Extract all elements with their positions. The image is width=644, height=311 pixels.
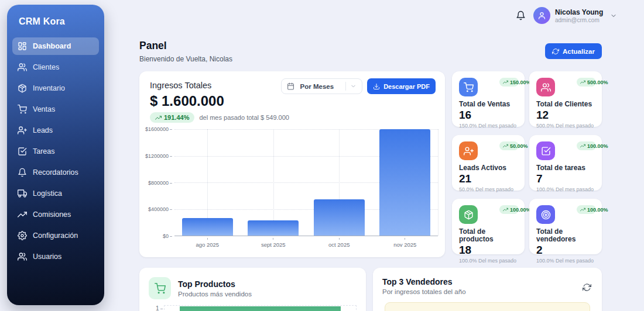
check-square-icon <box>18 147 27 156</box>
sidebar-item-label: Tareas <box>33 147 55 156</box>
y-axis-label: $1200000 <box>145 153 172 159</box>
mini-chart-plot <box>164 305 357 311</box>
stat-change-badge: 100.00% <box>577 205 596 214</box>
stat-value: 18 <box>459 244 518 256</box>
download-pdf-button[interactable]: Descargar PDF <box>367 78 436 94</box>
stat-card-grid: 150.00%Total de Ventas16150.0% Del mes p… <box>452 71 602 254</box>
stat-change-badge: 50.00% <box>499 141 519 150</box>
refresh-icon[interactable] <box>583 283 591 292</box>
chevron-down-icon[interactable] <box>610 12 617 19</box>
trending-up-icon <box>503 143 508 148</box>
chart-plot-area <box>174 129 438 236</box>
bell-icon <box>18 168 27 177</box>
select-divider <box>345 82 346 91</box>
page-header: Panel Bienvenido de Vuelta, Nicolas <box>139 40 232 63</box>
sidebar-item-usuarios[interactable]: Usuarios <box>12 248 99 265</box>
refresh-button[interactable]: Actualizar <box>545 43 602 59</box>
users-icon <box>541 82 551 92</box>
stat-label: Total de Clientes <box>536 101 595 108</box>
top-product-bar[interactable] <box>180 306 341 311</box>
top-sellers-card: Top 3 Vendedores Por ingresos totales de… <box>373 268 602 311</box>
sidebar-item-label: Leads <box>33 126 53 134</box>
stat-change-value: 100.00% <box>510 207 515 212</box>
stat-icon-badge <box>536 141 555 160</box>
user-email: admin@crm.com <box>555 17 603 23</box>
sidebar-item-recordatorios[interactable]: Recordatorios <box>12 164 99 181</box>
sidebar-item-label: Dashboard <box>33 42 71 50</box>
refresh-icon <box>552 48 559 55</box>
bar-oct-2025[interactable] <box>314 199 365 236</box>
revenue-controls: Por Meses Descargar PDF <box>281 78 436 94</box>
sidebar-item-leads[interactable]: Leads <box>12 122 99 139</box>
sidebar-nav: DashboardClientesInventarioVentasLeadsTa… <box>7 34 104 265</box>
sidebar-item-dashboard[interactable]: Dashboard <box>12 37 99 55</box>
download-icon <box>373 83 380 90</box>
sidebar-item-label: Configuración <box>33 231 78 240</box>
sidebar-item-configuracion[interactable]: Configuración <box>12 227 99 244</box>
stat-icon-badge <box>459 78 478 96</box>
revenue-change-badge: 191.44% <box>150 112 194 123</box>
sidebar-item-ventas[interactable]: Ventas <box>12 101 99 118</box>
stat-subtext: 500.0% Del mes pasado <box>536 123 595 129</box>
user-icon <box>537 11 546 20</box>
trending-up-icon <box>503 207 508 212</box>
sidebar-item-inventario[interactable]: Inventario <box>12 80 99 97</box>
sidebar-item-label: Comisiones <box>33 210 71 219</box>
stat-change-value: 100.00% <box>587 143 592 148</box>
user-menu[interactable]: Nicolas Young admin@crm.com <box>533 7 617 24</box>
sidebar-item-clientes[interactable]: Clientes <box>12 58 99 76</box>
stat-icon-badge <box>536 205 555 224</box>
trending-up-icon <box>503 80 508 85</box>
brand-title: CRM Kora <box>7 5 104 34</box>
stat-label: Total de tareas <box>536 164 595 172</box>
sidebar-item-label: Logística <box>33 189 62 198</box>
sidebar-item-comisiones[interactable]: Comisiones <box>12 206 99 223</box>
cart-icon <box>464 82 474 92</box>
calendar-icon <box>287 82 294 90</box>
bar-ago-2025[interactable] <box>182 218 233 236</box>
sidebar-item-logistica[interactable]: Logística <box>12 185 99 202</box>
notifications-bell-icon[interactable] <box>516 11 526 20</box>
chevron-down-icon <box>350 83 357 89</box>
bar-nov-2025[interactable] <box>379 129 430 236</box>
top-seller-item[interactable] <box>385 302 590 311</box>
sidebar-item-label: Clientes <box>33 63 59 71</box>
sidebar-item-label: Inventario <box>33 84 65 92</box>
stat-value: 2 <box>536 244 595 256</box>
x-axis-label: nov 2025 <box>372 238 439 248</box>
trending-up-icon <box>18 210 27 219</box>
package-icon <box>464 210 474 220</box>
stat-change-value: 500.00% <box>587 80 592 85</box>
v-gridline <box>438 129 439 236</box>
stat-card-total-de-productos: 100.00%Total de productos18100.0% Del me… <box>452 199 525 254</box>
stat-change-badge: 150.00% <box>499 78 519 87</box>
stat-change-value: 150.00% <box>510 80 515 85</box>
revenue-total: $ 1.600.000 <box>150 93 224 109</box>
stat-subtext: 150.0% Del mes pasado <box>459 123 518 129</box>
chart-y-axis: $0$400000$800000$1200000$1600000 <box>149 129 172 236</box>
revenue-change-value: 191.44% <box>164 114 189 121</box>
truck-icon <box>18 189 27 198</box>
top-products-chart: 1 <box>156 305 357 311</box>
user-name: Nicolas Young <box>555 8 603 16</box>
stat-change-badge: 100.00% <box>577 141 596 150</box>
v-gridline <box>273 129 274 236</box>
sidebar-item-tareas[interactable]: Tareas <box>12 143 99 160</box>
x-axis-label: sept 2025 <box>241 238 307 248</box>
stat-value: 7 <box>536 172 595 185</box>
period-select[interactable]: Por Meses <box>281 78 363 94</box>
x-axis-label: oct 2025 <box>306 238 372 248</box>
check-square-icon <box>541 146 551 156</box>
revenue-card: Ingresos Totales $ 1.600.000 191.44% del… <box>139 71 445 257</box>
bar-sept-2025[interactable] <box>248 220 299 236</box>
trending-up-icon <box>580 207 585 212</box>
y-axis-label: $0 <box>163 233 172 239</box>
mini-chart-tick: 1 <box>156 305 163 311</box>
stat-card-total-de-tareas: 100.00%Total de tareas7100.0% Del mes pa… <box>529 135 602 191</box>
revenue-meta: 191.44% del mes pasado total $ 549.000 <box>150 112 289 123</box>
refresh-button-label: Actualizar <box>563 48 595 55</box>
stat-card-total-de-ventas: 150.00%Total de Ventas16150.0% Del mes p… <box>452 71 525 127</box>
stat-change-badge: 500.00% <box>577 78 596 87</box>
stat-label: Leads Activos <box>459 164 518 172</box>
y-axis-label: $1600000 <box>145 126 172 132</box>
